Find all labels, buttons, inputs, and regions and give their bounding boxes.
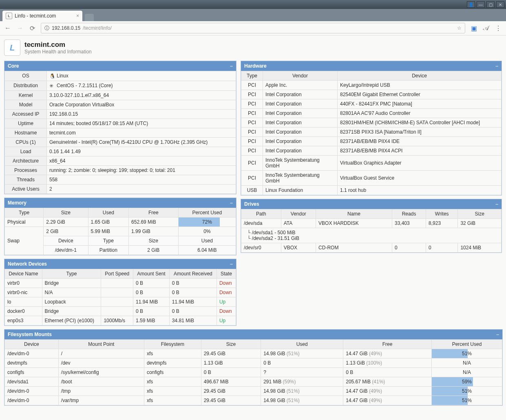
table-row: PCIApple Inc.KeyLargo/Intrepid USB (241, 81, 502, 90)
core-row-uptime: Uptime14 minutes; booted 05/18/17 08:15 … (5, 119, 236, 128)
tab-strip: L Linfo - tecmint.com × (0, 9, 506, 21)
logo-icon: L (4, 40, 20, 56)
tux-icon: 🐧 (49, 73, 55, 79)
core-row-cpus: CPUs (1)GenuineIntel - Intel(R) Core(TM)… (5, 137, 236, 147)
table-row: PCIInnoTek Systemberatung GmbHVirtualBox… (241, 171, 502, 186)
window-maximize-icon[interactable]: ▢ (486, 1, 495, 8)
table-row: /dev/dm-0/tmpxfs29.45 GiB14.98 GiB (51%)… (5, 386, 502, 396)
panel-title: Filesystem Mounts (8, 332, 52, 337)
panel-title: Memory (8, 200, 27, 206)
table-row: virbr0-nicN/A0 B0 BDown (5, 288, 236, 297)
site-title: tecmint.com (24, 41, 92, 49)
panel-drives: Drives– Path Vendor Name Reads Writes Si… (241, 199, 502, 253)
table-subrow: └ /dev/sda1 - 500 MiB└ /dev/sda2 - 31.51… (241, 228, 502, 243)
panel-network: Network Devices– Device Name Type Port S… (4, 259, 236, 326)
core-row-load: Load0.16 1.44 1.49 (5, 147, 236, 156)
panel-title: Drives (244, 201, 259, 207)
table-row: /dev/sdaATAVBOX HARDDISK33,4038,92332 Gi… (241, 219, 502, 228)
site-info-icon[interactable]: ⓘ (44, 25, 49, 32)
core-row-kernel: Kernel3.10.0-327.10.1.el7.x86_64 (5, 90, 236, 100)
table-row: PCIIntel Corporation82371SB PIIX3 ISA [N… (241, 128, 502, 137)
table-row: PCIIntel Corporation82371AB/EB/MB PIIX4 … (241, 146, 502, 156)
extension-icon[interactable]: ▣ (470, 24, 477, 32)
tab-title: Linfo - tecmint.com (15, 13, 56, 19)
table-row: /dev/dm-0/var/tmpxfs29.45 GiB14.98 GiB (… (5, 396, 502, 405)
extension-icon-2[interactable]: 𝒜 (482, 24, 490, 32)
window-close-icon[interactable]: ✕ (496, 1, 504, 8)
nav-back-icon[interactable]: ← (4, 24, 11, 32)
table-row: enp0s3Ethernet (PCI) (e1000)1000Mb/s1.59… (5, 316, 236, 325)
memory-row-swap: Swap 2 GiB 5.99 MiB 1.99 GiB 0% (5, 226, 236, 236)
window-minimize-icon[interactable]: — (477, 1, 485, 8)
table-row: USBLinux Foundation1.1 root hub (241, 186, 502, 195)
table-row: PCIIntel Corporation82540EM Gigabit Ethe… (241, 90, 502, 99)
panel-hardware: Hardware– Type Vendor Device PCIApple In… (241, 61, 502, 196)
browser-tab[interactable]: L Linfo - tecmint.com × (2, 11, 82, 21)
panel-title: Network Devices (8, 261, 47, 267)
url-host: 192.168.0.15 (52, 25, 80, 31)
panel-core: Core– OS🐧Linux Distribution✳CentOS - 7.2… (4, 61, 236, 194)
os-titlebar: 👤 — ▢ ✕ (0, 0, 506, 9)
url-path: /tecmint/linfo/ (83, 25, 112, 31)
nav-forward-icon[interactable]: → (16, 24, 24, 32)
browser-menu-icon[interactable]: ⋮ (495, 24, 502, 32)
bookmark-star-icon[interactable]: ☆ (457, 25, 462, 31)
collapse-icon[interactable]: – (230, 63, 233, 69)
usage-bar (179, 218, 220, 226)
table-row: PCIIntel Corporation82371AB/EB/MB PIIX4 … (241, 137, 502, 146)
core-row-ip: Accessed IP192.168.0.15 (5, 109, 236, 119)
collapse-icon[interactable]: – (495, 63, 498, 69)
core-row-dist: Distribution✳CentOS - 7.2.1511 (Core) (5, 81, 236, 90)
table-row: /dev/dm-0/xfs29.45 GiB14.98 GiB (51%)14.… (5, 349, 502, 358)
collapse-icon[interactable]: – (230, 200, 233, 206)
core-row-os: OS🐧Linux (5, 71, 236, 81)
core-row-model: ModelOracle Corporation VirtualBox (5, 100, 236, 109)
favicon-icon: L (6, 13, 12, 19)
table-row: PCIInnoTek Systemberatung GmbHVirtualBox… (241, 156, 502, 171)
collapse-icon[interactable]: – (495, 201, 498, 207)
panel-title: Hardware (244, 63, 267, 69)
core-row-hostname: Hostnametecmint.com (5, 128, 236, 137)
nav-reload-icon[interactable]: ⟳ (29, 24, 36, 32)
core-row-users: Active Users2 (5, 184, 236, 194)
table-row: PCIIntel Corporation82801AA AC'97 Audio … (241, 109, 502, 118)
centos-icon: ✳ (49, 83, 55, 89)
site-subtitle: System Health and Information (24, 49, 92, 55)
table-row: docker0Bridge0 B0 BDown (5, 306, 236, 316)
address-bar: ← → ⟳ ⓘ 192.168.0.15/tecmint/linfo/ ☆ ▣ … (0, 21, 506, 35)
core-row-threads: Threads558 (5, 175, 236, 184)
panel-filesystem: Filesystem Mounts– Device Mount Point Fi… (4, 329, 503, 406)
table-row: virbr0Bridge0 B0 BDown (5, 278, 236, 288)
core-row-arch: Architecturex86_64 (5, 156, 236, 165)
collapse-icon[interactable]: – (496, 332, 499, 337)
memory-row-physical: Physical 2.29 GiB 1.65 GiB 652.69 MiB 72… (5, 217, 236, 226)
core-row-proc: Processesrunning: 2; zombie: 0; sleeping… (5, 165, 236, 175)
new-tab-button[interactable] (85, 14, 94, 21)
table-row: configfs/sys/kernel/configconfigfs0 B? 0… (5, 367, 502, 377)
url-input[interactable]: ⓘ 192.168.0.15/tecmint/linfo/ ☆ (41, 23, 465, 33)
user-icon[interactable]: 👤 (467, 1, 475, 8)
tab-close-icon[interactable]: × (76, 13, 79, 19)
collapse-icon[interactable]: – (230, 261, 233, 267)
page-header: L tecmint.com System Health and Informat… (4, 40, 502, 56)
table-row: PCIIntel Corporation82801HM/HEM (ICH8M/I… (241, 118, 502, 128)
table-row: PCIIntel Corporation440FX - 82441FX PMC … (241, 99, 502, 109)
panel-memory: Memory– Type Size Used Free Percent Used… (4, 198, 236, 255)
panel-title: Core (8, 63, 19, 69)
table-row: loLoopback11.94 MiB11.94 MiBUp (5, 297, 236, 306)
table-row: /dev/sda1/bootxfs496.67 MiB291 MiB (59%)… (5, 377, 502, 386)
table-row: /dev/sr0VBOXCD-ROM001024 MiB (241, 243, 502, 253)
table-row: devtmpfs/devdevtmpfs1.13 GiB0 B 1.13 GiB… (5, 358, 502, 367)
